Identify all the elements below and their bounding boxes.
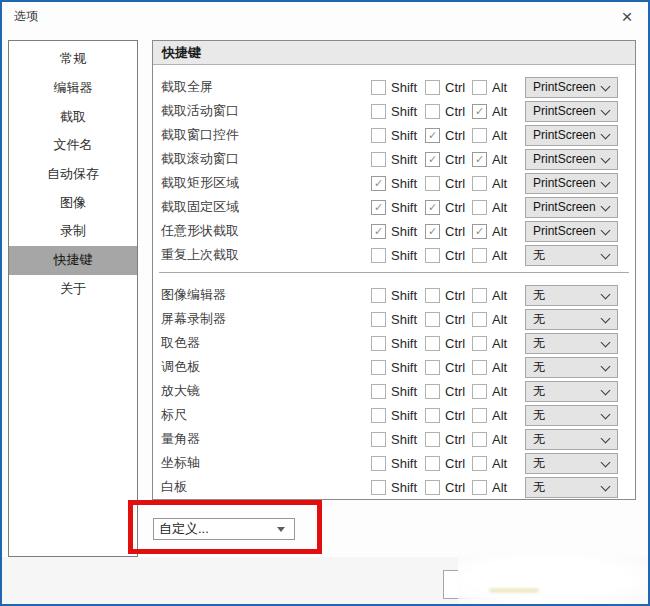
sidebar-item[interactable]: 文件名 — [9, 131, 137, 160]
hotkey-key-select[interactable]: PrintScreen — [525, 221, 618, 242]
ctrl-checkbox[interactable] — [425, 288, 440, 303]
ctrl-checkbox[interactable] — [425, 480, 440, 495]
shift-checkbox[interactable] — [371, 480, 386, 495]
hotkey-key-select[interactable]: 无 — [525, 309, 618, 330]
ctrl-checkbox[interactable] — [425, 360, 440, 375]
chevron-down-icon — [601, 155, 610, 164]
shift-checkbox[interactable] — [371, 104, 386, 119]
hotkey-key-select[interactable]: PrintScreen — [525, 173, 618, 194]
hotkey-key-select[interactable]: 无 — [525, 429, 618, 450]
alt-modifier: Alt — [472, 200, 514, 215]
alt-checkbox[interactable] — [472, 80, 487, 95]
sidebar-item[interactable]: 常规 — [9, 45, 137, 74]
shift-label: Shift — [391, 104, 417, 119]
shift-checkbox[interactable] — [371, 128, 386, 143]
hotkey-key-select[interactable]: 无 — [525, 357, 618, 378]
ctrl-checkbox[interactable] — [425, 456, 440, 471]
shift-checkbox[interactable] — [371, 456, 386, 471]
shift-checkbox[interactable] — [371, 360, 386, 375]
ctrl-modifier: Ctrl — [425, 176, 472, 191]
alt-checkbox[interactable] — [472, 248, 487, 263]
sidebar-item[interactable]: 录制 — [9, 217, 137, 246]
ctrl-checkbox[interactable] — [425, 176, 440, 191]
hotkey-key-select[interactable]: 无 — [525, 405, 618, 426]
ctrl-checkbox[interactable] — [425, 432, 440, 447]
hotkey-key-select[interactable]: 无 — [525, 381, 618, 402]
chevron-down-icon — [601, 363, 610, 372]
ctrl-checkbox[interactable]: ✓ — [425, 200, 440, 215]
alt-checkbox[interactable] — [472, 432, 487, 447]
ctrl-checkbox[interactable]: ✓ — [425, 152, 440, 167]
ctrl-checkbox[interactable] — [425, 384, 440, 399]
hotkey-key-select[interactable]: 无 — [525, 285, 618, 306]
hotkey-row: 调色板ShiftCtrlAlt无 — [153, 355, 635, 379]
sidebar-item[interactable]: 图像 — [9, 188, 137, 217]
alt-checkbox[interactable] — [472, 288, 487, 303]
ctrl-checkbox[interactable]: ✓ — [425, 128, 440, 143]
hotkey-action-label: 标尺 — [161, 406, 371, 424]
alt-checkbox[interactable] — [472, 336, 487, 351]
alt-checkbox[interactable]: ✓ — [472, 152, 487, 167]
shift-checkbox[interactable] — [371, 408, 386, 423]
hotkey-key-value: PrintScreen — [533, 224, 601, 238]
hotkey-key-select[interactable]: PrintScreen — [525, 77, 618, 98]
shift-checkbox[interactable] — [371, 336, 386, 351]
alt-checkbox[interactable] — [472, 360, 487, 375]
ctrl-checkbox[interactable] — [425, 312, 440, 327]
sidebar-item[interactable]: 关于 — [9, 275, 137, 304]
hotkey-key-value: PrintScreen — [533, 200, 601, 214]
alt-checkbox[interactable]: ✓ — [472, 104, 487, 119]
hotkey-key-select[interactable]: 无 — [525, 453, 618, 474]
alt-checkbox[interactable] — [472, 128, 487, 143]
ctrl-modifier: Ctrl — [425, 408, 472, 423]
hotkey-key-value: 无 — [533, 335, 601, 352]
chevron-down-icon — [601, 83, 610, 92]
sidebar-item[interactable]: 编辑器 — [9, 74, 137, 103]
alt-checkbox[interactable] — [472, 200, 487, 215]
chevron-down-icon — [601, 435, 610, 444]
alt-checkbox[interactable] — [472, 408, 487, 423]
sidebar-item[interactable]: 快捷键 — [9, 246, 137, 275]
alt-checkbox[interactable]: ✓ — [472, 224, 487, 239]
ctrl-checkbox[interactable]: ✓ — [425, 224, 440, 239]
shift-checkbox[interactable] — [371, 80, 386, 95]
alt-checkbox[interactable] — [472, 312, 487, 327]
shift-checkbox[interactable]: ✓ — [371, 176, 386, 191]
hotkey-key-select[interactable]: PrintScreen — [525, 197, 618, 218]
shift-checkbox[interactable] — [371, 152, 386, 167]
ctrl-checkbox[interactable] — [425, 80, 440, 95]
ctrl-checkbox[interactable] — [425, 408, 440, 423]
ctrl-checkbox[interactable] — [425, 336, 440, 351]
sidebar-item[interactable]: 自动保存 — [9, 160, 137, 189]
alt-modifier: Alt — [472, 360, 514, 375]
hotkey-key-value: 无 — [533, 431, 601, 448]
hotkey-key-select[interactable]: PrintScreen — [525, 125, 618, 146]
alt-checkbox[interactable] — [472, 456, 487, 471]
close-icon[interactable]: × — [614, 4, 640, 30]
ctrl-modifier: ✓Ctrl — [425, 128, 472, 143]
shift-label: Shift — [391, 200, 417, 215]
shift-checkbox[interactable] — [371, 384, 386, 399]
hotkey-key-select[interactable]: PrintScreen — [525, 101, 618, 122]
custom-hotkey-select[interactable]: 自定义... — [153, 518, 295, 540]
shift-checkbox[interactable] — [371, 312, 386, 327]
ok-button[interactable]: 确定 — [443, 570, 519, 599]
sidebar-item[interactable]: 截取 — [9, 102, 137, 131]
ctrl-checkbox[interactable] — [425, 248, 440, 263]
shift-checkbox[interactable]: ✓ — [371, 224, 386, 239]
shift-checkbox[interactable] — [371, 288, 386, 303]
shift-label: Shift — [391, 128, 417, 143]
hotkey-key-select[interactable]: 无 — [525, 333, 618, 354]
hotkey-key-select[interactable]: 无 — [525, 245, 618, 266]
shift-checkbox[interactable]: ✓ — [371, 200, 386, 215]
alt-checkbox[interactable] — [472, 480, 487, 495]
alt-checkbox[interactable] — [472, 384, 487, 399]
shift-checkbox[interactable] — [371, 432, 386, 447]
hotkey-key-select[interactable]: 无 — [525, 477, 618, 498]
hotkey-key-select[interactable]: PrintScreen — [525, 149, 618, 170]
alt-label: Alt — [492, 336, 507, 351]
ctrl-checkbox[interactable] — [425, 104, 440, 119]
shift-checkbox[interactable] — [371, 248, 386, 263]
alt-checkbox[interactable] — [472, 176, 487, 191]
hotkey-action-label: 调色板 — [161, 358, 371, 376]
